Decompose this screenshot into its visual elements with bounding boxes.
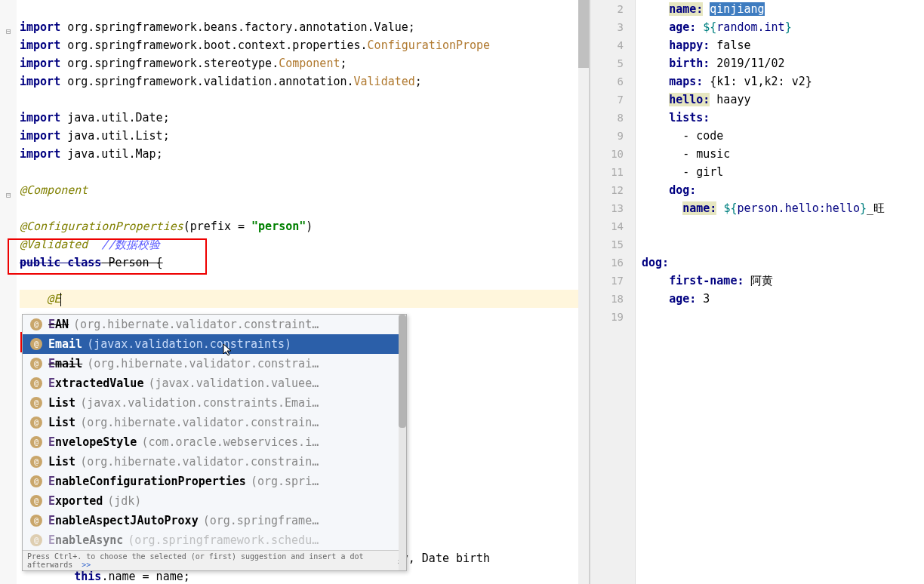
yaml-line xyxy=(642,308,924,326)
yaml-line: name: qinjiang xyxy=(642,0,924,18)
import-line: import org.springframework.boot.context.… xyxy=(20,36,589,54)
annotation-icon: @ xyxy=(30,495,42,507)
yaml-line: first-name: 阿黄 xyxy=(642,272,924,290)
autocomplete-item[interactable]: @EAN (org.hibernate.validator.constraint… xyxy=(23,315,406,334)
autocomplete-item-name: Email xyxy=(48,334,82,354)
line-number[interactable]: 12 xyxy=(590,181,635,199)
blank-line xyxy=(20,91,589,109)
import-line: import org.springframework.validation.an… xyxy=(20,72,589,91)
yaml-line: - girl xyxy=(642,163,924,181)
yaml-line: - music xyxy=(642,145,924,163)
autocomplete-item[interactable]: @EnableAspectJAutoProxy (org.springframe… xyxy=(23,511,406,530)
autocomplete-item-package: (javax.validation.constraints.Emai… xyxy=(80,393,319,413)
yaml-line: maps: {k1: v1,k2: v2} xyxy=(642,72,924,91)
autocomplete-item-package: (com.oracle.webservices.i… xyxy=(141,432,319,452)
annotation-icon: @ xyxy=(30,475,42,487)
yaml-line: - code xyxy=(642,127,924,145)
line-number[interactable]: 9 xyxy=(590,127,635,145)
right-gutter: 2345678910111213141516171819 xyxy=(590,0,636,584)
autocomplete-item[interactable]: @List (org.hibernate.validator.constrain… xyxy=(23,413,406,432)
yaml-code-area[interactable]: name: qinjiang age: ${random.int} happy:… xyxy=(636,0,924,584)
annotation-icon: @ xyxy=(30,416,42,429)
line-number[interactable]: 7 xyxy=(590,91,635,109)
line-number[interactable]: 8 xyxy=(590,109,635,127)
autocomplete-item-package: (org.hibernate.validator.constrai… xyxy=(87,354,319,373)
yaml-line xyxy=(642,217,924,235)
yaml-line: hello: haayy xyxy=(642,91,924,109)
autocomplete-item-package: (org.springframework.schedu… xyxy=(128,530,319,550)
annotation-icon: @ xyxy=(30,318,42,330)
yaml-line: happy: false xyxy=(642,36,924,54)
yaml-line: name: ${person.hello:hello}_旺 xyxy=(642,199,924,217)
autocomplete-item[interactable]: @List (org.hibernate.validator.constrain… xyxy=(23,452,406,472)
autocomplete-item[interactable]: @EnvelopeStyle (com.oracle.webservices.i… xyxy=(23,432,406,452)
line-number[interactable]: 16 xyxy=(590,254,635,272)
autocomplete-item-name: Email xyxy=(48,354,82,373)
import-line: import java.util.Date; xyxy=(20,109,589,127)
popup-hint-bar: Press Ctrl+. to choose the selected (or … xyxy=(23,550,406,570)
yaml-editor-pane[interactable]: 2345678910111213141516171819 name: qinji… xyxy=(590,0,924,584)
autocomplete-item[interactable]: @EnableConfigurationProperties (org.spri… xyxy=(23,472,406,491)
typing-line[interactable]: @E xyxy=(20,290,589,308)
yaml-line: dog: xyxy=(642,181,924,199)
autocomplete-item[interactable]: @EnableAsync (org.springframework.schedu… xyxy=(23,530,406,550)
popup-scrollbar[interactable] xyxy=(399,315,406,570)
line-number[interactable]: 17 xyxy=(590,272,635,290)
autocomplete-item-name: EnvelopeStyle xyxy=(48,432,137,452)
autocomplete-item-name: ExtractedValue xyxy=(48,373,143,393)
yaml-line: lists: xyxy=(642,109,924,127)
line-number[interactable]: 5 xyxy=(590,54,635,72)
autocomplete-item[interactable]: @ExtractedValue (javax.validation.valuee… xyxy=(23,373,406,393)
autocomplete-popup[interactable]: @EAN (org.hibernate.validator.constraint… xyxy=(22,314,407,571)
import-line: import org.springframework.beans.factory… xyxy=(20,18,589,36)
autocomplete-item-name: Exported xyxy=(48,491,103,511)
line-number[interactable]: 18 xyxy=(590,290,635,308)
line-number[interactable]: 2 xyxy=(590,0,635,18)
autocomplete-item[interactable]: @List (javax.validation.constraints.Emai… xyxy=(23,393,406,413)
line-number[interactable]: 6 xyxy=(590,72,635,91)
text-cursor xyxy=(60,293,61,306)
annotation-line: @ConfigurationProperties(prefix = "perso… xyxy=(20,217,589,235)
autocomplete-item-name: EnableConfigurationProperties xyxy=(48,472,246,491)
autocomplete-item[interactable]: @Exported (jdk) xyxy=(23,491,406,511)
line-number[interactable]: 11 xyxy=(590,163,635,181)
autocomplete-item-package: (jdk) xyxy=(107,491,141,511)
editor-scroll-thumb[interactable] xyxy=(578,0,589,68)
java-editor-pane[interactable]: ⊟ ⊟ import org.springframework.beans.fac… xyxy=(0,0,589,584)
yaml-line: age: ${random.int} xyxy=(642,18,924,36)
autocomplete-item-name: List xyxy=(48,393,75,413)
autocomplete-item-package: (org.hibernate.validator.constrain… xyxy=(80,452,319,472)
autocomplete-item-name: EnableAspectJAutoProxy xyxy=(48,511,199,530)
popup-scroll-thumb[interactable] xyxy=(399,315,406,428)
annotation-icon: @ xyxy=(30,358,42,370)
yaml-line xyxy=(642,235,924,254)
annotation-icon: @ xyxy=(30,397,42,409)
autocomplete-item[interactable]: @Email (org.hibernate.validator.constrai… xyxy=(23,354,406,373)
import-line: import org.springframework.stereotype.Co… xyxy=(20,54,589,72)
line-number[interactable]: 10 xyxy=(590,145,635,163)
autocomplete-item-name: EAN xyxy=(48,315,69,334)
autocomplete-item-package: (javax.validation.constraints) xyxy=(87,334,291,354)
import-line: import java.util.List; xyxy=(20,127,589,145)
popup-hint-link[interactable]: >> xyxy=(82,561,91,569)
autocomplete-item-name: List xyxy=(48,452,75,472)
autocomplete-item[interactable]: @Email (javax.validation.constraints) xyxy=(23,334,406,354)
blank-line xyxy=(20,163,589,181)
line-number[interactable]: 4 xyxy=(590,36,635,54)
editor-scrollbar[interactable] xyxy=(578,0,589,584)
line-number[interactable]: 19 xyxy=(590,308,635,326)
annotation-icon: @ xyxy=(30,515,42,527)
line-number[interactable]: 15 xyxy=(590,235,635,254)
annotation-icon: @ xyxy=(30,456,42,468)
line-number[interactable]: 3 xyxy=(590,18,635,36)
line-number[interactable]: 14 xyxy=(590,217,635,235)
autocomplete-item-name: EnableAsync xyxy=(48,530,123,550)
autocomplete-item-package: (org.hibernate.validator.constraint… xyxy=(73,315,319,334)
import-line: import java.util.Map; xyxy=(20,145,589,163)
line-number[interactable]: 13 xyxy=(590,199,635,217)
yaml-line: dog: xyxy=(642,254,924,272)
annotation-icon: @ xyxy=(30,377,42,389)
annotation-icon: @ xyxy=(30,534,42,546)
autocomplete-item-package: (org.springframe… xyxy=(203,511,319,530)
annotation-line: @Component xyxy=(20,181,589,199)
